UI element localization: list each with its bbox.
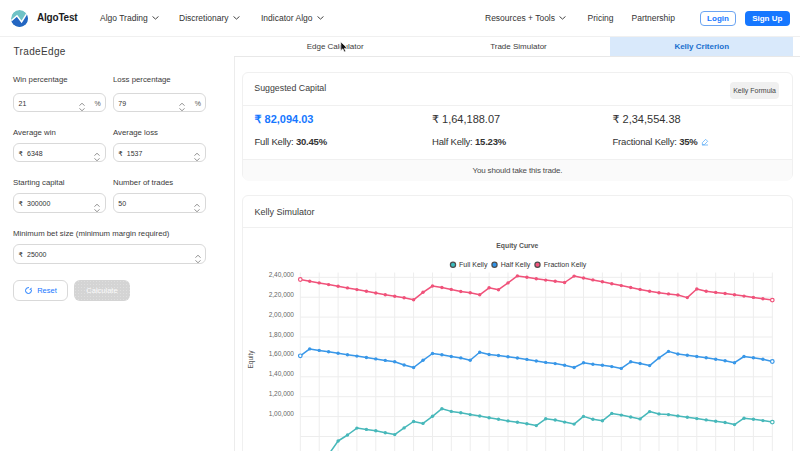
svg-text:2,20,000: 2,20,000 — [269, 291, 295, 298]
svg-text:2,40,000: 2,40,000 — [269, 271, 295, 278]
svg-text:1,40,000: 1,40,000 — [269, 370, 295, 377]
svg-text:Equity: Equity — [247, 350, 255, 369]
svg-text:2,00,000: 2,00,000 — [269, 311, 295, 318]
svg-text:Half Kelly: Half Kelly — [501, 261, 531, 269]
svg-text:1,60,000: 1,60,000 — [269, 350, 295, 357]
svg-text:Full Kelly: Full Kelly — [459, 261, 488, 269]
svg-text:Fraction Kelly: Fraction Kelly — [544, 261, 587, 269]
svg-text:1,20,000: 1,20,000 — [269, 390, 295, 397]
svg-text:1,80,000: 1,80,000 — [269, 331, 295, 338]
svg-text:Equity Curve: Equity Curve — [496, 242, 538, 250]
svg-text:1,00,000: 1,00,000 — [269, 410, 295, 417]
